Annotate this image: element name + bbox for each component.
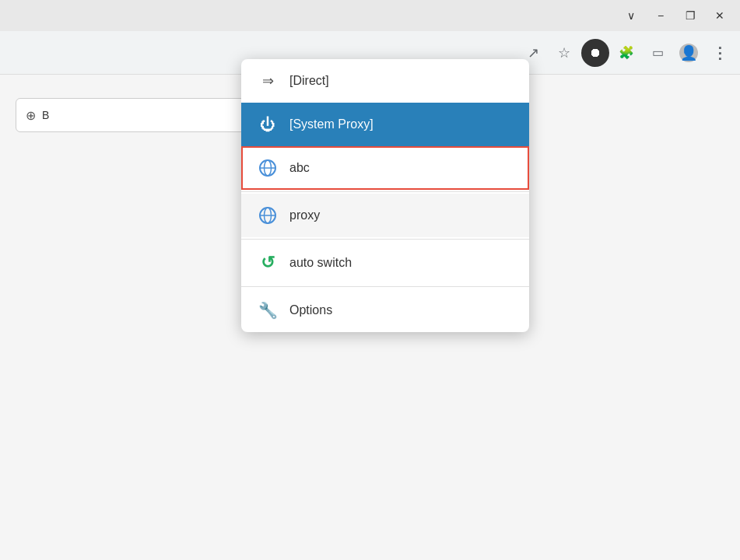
main-content: ⊕ B 🗑 Delete ⇒ [Direct] ⏻ [System Proxy] — [0, 75, 740, 560]
sidebar-icon: ▭ — [652, 45, 664, 60]
menu-item-direct[interactable]: ⇒ [Direct] — [241, 59, 529, 103]
separator-3 — [241, 286, 529, 287]
star-icon: ☆ — [558, 44, 570, 61]
globe-icon-abc — [257, 157, 279, 179]
input-value: B — [42, 109, 49, 121]
auto-switch-label: auto switch — [289, 256, 352, 270]
dropdown-menu: ⇒ [Direct] ⏻ [System Proxy] abc — [241, 59, 529, 332]
system-proxy-label: [System Proxy] — [289, 117, 374, 131]
close-button[interactable]: ✕ — [706, 3, 734, 28]
proxy-extension-button[interactable]: ⏺ — [581, 39, 609, 67]
share-icon: ↗︎ — [528, 44, 539, 61]
record-icon: ⏺ — [589, 46, 601, 60]
restore-button[interactable]: ❐ — [676, 3, 704, 28]
menu-item-system-proxy[interactable]: ⏻ [System Proxy] — [241, 103, 529, 146]
title-bar: ∨ − ❐ ✕ — [0, 0, 740, 31]
abc-label: abc — [289, 161, 310, 175]
minimize-button[interactable]: − — [647, 3, 675, 28]
menu-button[interactable]: ⋮ — [706, 39, 734, 67]
proxy-label: proxy — [289, 208, 320, 222]
options-label: Options — [289, 303, 332, 317]
extensions-puzzle-button[interactable]: 🧩 — [612, 39, 640, 67]
menu-item-auto-switch[interactable]: ↺ auto switch — [241, 241, 529, 285]
direct-arrows-icon: ⇒ — [257, 70, 279, 92]
bookmark-star-button[interactable]: ☆ — [550, 39, 578, 67]
input-row: ⊕ B 🗑 Delete ⇒ [Direct] ⏻ [System Proxy] — [16, 98, 434, 132]
separator-2 — [241, 239, 529, 240]
menu-item-abc[interactable]: abc — [241, 146, 529, 190]
menu-item-options[interactable]: 🔧 Options — [241, 289, 529, 332]
power-icon: ⏻ — [257, 114, 279, 135]
wrench-icon: 🔧 — [257, 299, 279, 321]
separator-1 — [241, 191, 529, 192]
sidebar-button[interactable]: ▭ — [644, 39, 672, 67]
direct-label: [Direct] — [289, 74, 329, 88]
globe-icon-proxy — [257, 205, 279, 226]
chevron-down-button[interactable]: ∨ — [617, 3, 645, 28]
menu-item-proxy[interactable]: proxy — [241, 194, 529, 237]
account-button[interactable]: 👤 — [675, 39, 703, 67]
vertical-dots-icon: ⋮ — [712, 44, 728, 62]
autoswitch-icon: ↺ — [257, 252, 279, 274]
puzzle-icon: 🧩 — [619, 45, 634, 60]
account-icon: 👤 — [679, 44, 698, 62]
download-icon: ⊕ — [26, 108, 36, 123]
